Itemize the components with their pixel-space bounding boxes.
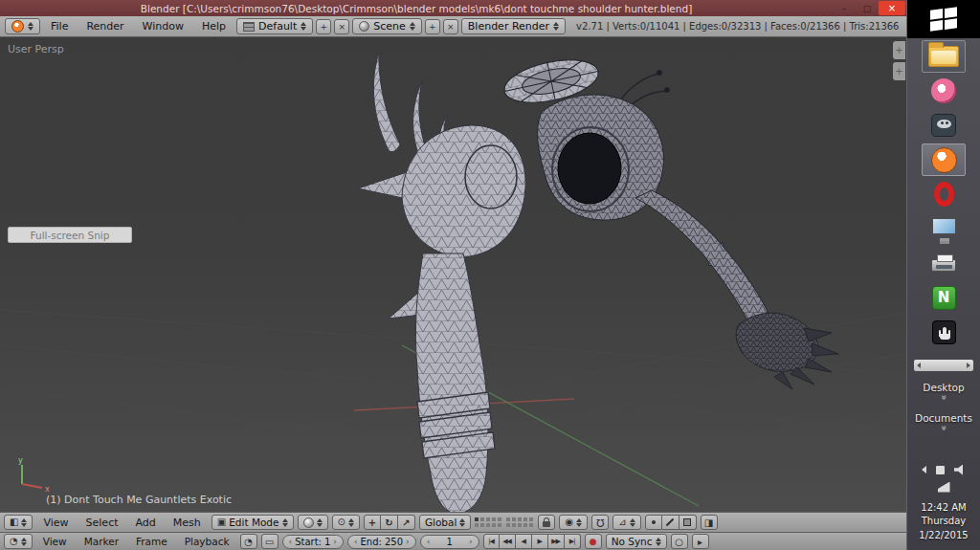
app-menu-button[interactable]	[5, 18, 40, 34]
taskbar-icon-photo-app[interactable]	[922, 75, 966, 107]
record-button[interactable]: ●	[585, 534, 602, 549]
transform-orientation-selector[interactable]: Global	[419, 515, 472, 530]
folder-icon	[928, 46, 959, 67]
face-select-button[interactable]	[679, 515, 697, 530]
toolbar-desktop[interactable]: Desktop »	[923, 382, 964, 402]
scale-manipulator-button[interactable]: ↗	[398, 515, 415, 530]
taskbar-clock[interactable]: 12:42 AM Thursday 1/22/2015	[917, 496, 969, 550]
viewport-3d[interactable]: User Persp Full-screen Snip y x (1) Dont…	[0, 37, 906, 512]
playback-option-button-2[interactable]: ▸	[692, 534, 709, 549]
render-engine-selector[interactable]: Blender Render	[461, 18, 566, 34]
lock-to-scene-button[interactable]	[538, 515, 555, 530]
panel-expand-tab-2[interactable]	[893, 62, 905, 80]
notepad-app-icon: N	[932, 286, 956, 310]
dropdown-arrows-icon	[348, 518, 354, 527]
timeline-editor-type-selector[interactable]: ◔	[4, 534, 33, 549]
playback-option-button-1[interactable]: ○	[671, 534, 688, 549]
taskbar-icon-display[interactable]	[922, 212, 966, 245]
taskbar-icon-printer[interactable]	[922, 247, 966, 279]
play-button[interactable]: ▶	[532, 534, 548, 549]
dropdown-arrows-icon	[630, 518, 635, 527]
menu-render[interactable]: Render	[78, 20, 131, 33]
titlebar[interactable]: Blender [C:\Users\crimmson76\Desktop\Cri…	[0, 0, 906, 16]
menu-select[interactable]: Select	[79, 517, 125, 529]
proportional-edit-selector[interactable]: ◉	[559, 515, 588, 530]
taskbar-icon-blender[interactable]	[922, 143, 966, 176]
taskbar-scrollbar[interactable]	[914, 360, 973, 371]
tray-app-icon[interactable]	[936, 466, 945, 474]
photo-app-icon	[931, 78, 956, 103]
delete-scene-button[interactable]: ×	[443, 19, 458, 34]
taskbar-icon-notepad[interactable]: N	[922, 281, 966, 314]
clock-time: 12:42 AM	[919, 501, 968, 516]
network-icon[interactable]	[938, 482, 950, 493]
rotate-manipulator-button[interactable]: ↻	[381, 515, 398, 530]
volume-icon[interactable]	[954, 465, 966, 475]
fullscreen-snip-button[interactable]: Full-screen Snip	[8, 227, 132, 243]
play-reverse-button[interactable]: ◀	[516, 534, 532, 549]
current-frame-field[interactable]: 1	[420, 535, 479, 549]
menu-help[interactable]: Help	[194, 20, 234, 33]
snap-element-selector[interactable]: ⊿	[612, 515, 640, 530]
toolbar-documents[interactable]: Documents »	[915, 412, 972, 432]
editor-type-selector[interactable]: ◧	[4, 515, 33, 530]
dropdown-arrows-icon	[301, 22, 306, 31]
sync-value: No Sync	[612, 536, 653, 547]
translate-manipulator-button[interactable]: +	[364, 515, 381, 530]
taskbar-icon-opera[interactable]	[922, 178, 966, 210]
mode-selector[interactable]: ▣ Edit Mode	[212, 515, 294, 530]
layers-widget-2[interactable]	[506, 517, 534, 528]
screen-layout-selector[interactable]: Default	[236, 18, 313, 34]
frame-start-field[interactable]: Start: 1	[282, 535, 344, 549]
start-button[interactable]	[907, 0, 980, 38]
snap-element-icon: ⊿	[618, 517, 626, 527]
taskbar-icon-explorer[interactable]	[922, 40, 966, 73]
prev-keyframe-button[interactable]: ◀◀	[500, 534, 516, 549]
next-keyframe-button[interactable]: ▶▶	[548, 534, 565, 549]
taskbar-icon-gimp[interactable]	[922, 109, 966, 142]
maximize-button[interactable]: □	[856, 1, 879, 15]
menu-file[interactable]: File	[43, 20, 76, 33]
taskbar-icon-game[interactable]	[922, 316, 966, 348]
close-button[interactable]: ×	[879, 1, 905, 15]
add-layout-button[interactable]: +	[316, 19, 331, 34]
monitor-icon	[931, 217, 957, 235]
menu-view[interactable]: View	[36, 517, 75, 529]
expand-desktop-icon[interactable]: »	[940, 394, 948, 400]
sync-mode-selector[interactable]: No Sync	[606, 534, 667, 549]
screen-layout-icon	[243, 22, 255, 32]
frame-end-field[interactable]: End: 250	[347, 535, 416, 549]
timeline-menu-marker[interactable]: Marker	[78, 536, 125, 547]
editor-3dview-icon: ◧	[10, 517, 18, 527]
layers-widget[interactable]	[475, 517, 502, 528]
mode-value: Edit Mode	[229, 517, 278, 528]
minimize-button[interactable]: –	[833, 1, 856, 15]
opera-browser-icon	[934, 182, 954, 207]
viewport-shading-selector[interactable]	[298, 515, 328, 530]
timeline-menu-frame[interactable]: Frame	[129, 536, 174, 547]
menu-add[interactable]: Add	[129, 517, 163, 529]
timeline-menu-playback[interactable]: Playback	[178, 536, 236, 547]
scene-selector[interactable]: Scene	[352, 18, 422, 34]
occlude-geometry-button[interactable]: ◨	[701, 515, 718, 530]
delete-layout-button[interactable]: ×	[334, 19, 349, 34]
timeline-menu-view[interactable]: View	[36, 536, 74, 547]
vertex-select-button[interactable]	[645, 515, 662, 530]
add-scene-button[interactable]: +	[425, 19, 440, 34]
jump-start-button[interactable]: |◀	[483, 534, 500, 549]
menu-window[interactable]: Window	[135, 20, 191, 33]
tray-expand-icon[interactable]	[922, 466, 926, 473]
lock-icon	[543, 521, 550, 527]
select-mode-toggles	[645, 515, 697, 530]
preview-range-button[interactable]: ◔	[240, 534, 257, 549]
edge-select-button[interactable]	[662, 515, 679, 530]
panel-expand-tab[interactable]	[893, 41, 905, 59]
start-label: Start:	[295, 537, 322, 547]
dropdown-arrows-icon	[21, 518, 27, 527]
expand-documents-icon[interactable]: »	[940, 425, 948, 430]
menu-mesh[interactable]: Mesh	[167, 517, 208, 529]
snap-toggle-button[interactable]: Ω	[591, 515, 609, 530]
frames-seconds-button[interactable]: ▭	[261, 534, 278, 549]
pivot-selector[interactable]: ⊙	[332, 515, 360, 530]
jump-end-button[interactable]: ▶|	[565, 534, 581, 549]
